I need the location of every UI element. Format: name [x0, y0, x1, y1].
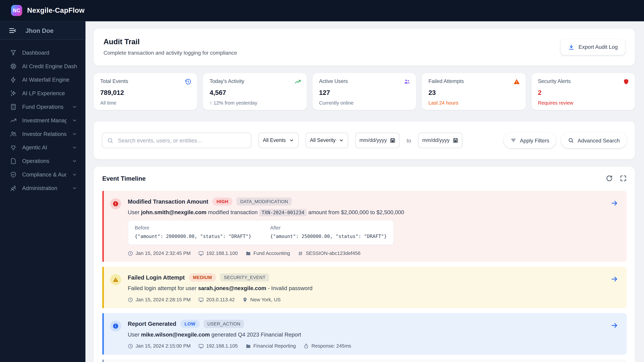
app-title: Nexgile-CapFlow	[27, 6, 85, 14]
warning-triangle-icon	[110, 274, 121, 285]
event-ip-address: 192.168.1.105	[198, 343, 238, 349]
severity-select[interactable]: All Severity	[306, 133, 348, 148]
clock-icon	[128, 297, 133, 302]
event-ip-address: 192.168.1.100	[198, 250, 238, 256]
event-ip-address: 203.0.113.42	[198, 297, 234, 303]
sidebar-item-ai-lp-experience[interactable]: AI LP Experience	[0, 87, 85, 100]
stat-card-total-events: Total Events 789,012 All time	[94, 73, 197, 110]
sidebar-collapse-icon[interactable]	[8, 26, 16, 34]
chevron-down-icon	[72, 158, 77, 164]
event-description: Failed login attempt for user sarah.jone…	[128, 285, 610, 292]
filter-bar: All Events All Severity mm/dd/yyyy to mm…	[94, 121, 635, 159]
search-icon	[568, 137, 574, 143]
chevron-down-icon	[72, 131, 77, 137]
sidebar-user-name: Jhon Doe	[26, 27, 54, 34]
sidebar-item-dashboard[interactable]: Dashboard	[0, 46, 85, 59]
arrow-right-icon[interactable]	[611, 275, 618, 283]
sidebar-item-operations[interactable]: Operations	[0, 154, 85, 168]
page-title: Audit Trail	[104, 38, 625, 46]
event-timestamp: Jan 15, 2024 2:32:45 PM	[128, 250, 191, 256]
sidebar-user-row: Jhon Doe	[0, 21, 85, 40]
clock-icon	[128, 251, 133, 256]
export-audit-log-button[interactable]: Export Audit Log	[560, 39, 625, 55]
stat-value: 4,567	[210, 89, 300, 96]
event-response-time: Response: 245ms	[304, 343, 351, 349]
sidebar-item-ai-waterfall-engine[interactable]: AI Waterfall Engine	[0, 73, 85, 87]
severity-badge: MEDIUM	[189, 273, 216, 282]
event-card-report-generated[interactable]: Report Generated LOW USER_ACTION User mi…	[102, 313, 627, 355]
audit-trail-page: NC Nexgile-CapFlow Jhon Doe Dashboard AI…	[0, 0, 644, 362]
stat-sub: ↑ 12% from yesterday	[210, 100, 300, 106]
sidebar-item-investor-relations[interactable]: Investor Relations	[0, 127, 85, 141]
sidebar-nav: Dashboard AI Credit Engine Dash... AI Wa…	[0, 40, 85, 195]
date-to-input[interactable]: mm/dd/yyyy	[418, 133, 462, 148]
stat-sub: Requires review	[538, 100, 628, 106]
advanced-search-button[interactable]: Advanced Search	[561, 133, 627, 148]
event-card-failed-login[interactable]: Failed Login Attempt MEDIUM SECURITY_EVE…	[102, 267, 627, 308]
stat-label: Failed Attempts	[428, 78, 519, 84]
search-input[interactable]	[117, 137, 246, 144]
people-icon	[10, 131, 17, 138]
history-icon	[185, 78, 192, 85]
event-card-modified-transaction[interactable]: Modified Transaction Amount HIGH DATA_MO…	[102, 191, 627, 262]
stat-card-active-users: Active Users 127 Currently online	[312, 73, 416, 110]
sidebar-item-fund-operations[interactable]: Fund Operations	[0, 100, 85, 114]
event-meta-row: Jan 15, 2024 2:32:45 PM 192.168.1.100 Fu…	[128, 250, 610, 256]
sidebar: Jhon Doe Dashboard AI Credit Engine Dash…	[0, 21, 85, 362]
stat-label: Security Alerts	[538, 78, 628, 84]
stat-label: Total Events	[100, 78, 191, 84]
top-header: NC Nexgile-CapFlow	[0, 0, 644, 21]
sidebar-item-agentic-ai[interactable]: Agentic AI	[0, 141, 85, 154]
timeline-title: Event Timeline	[102, 175, 146, 182]
stat-sub: All time	[100, 100, 191, 106]
arrow-right-icon[interactable]	[611, 199, 618, 207]
maximize-icon[interactable]	[620, 175, 627, 182]
date-range-to-label: to	[407, 137, 411, 143]
monitor-icon	[198, 251, 204, 256]
before-after-box: Before {"amount": 2000000.00, "status": …	[128, 220, 394, 245]
sidebar-item-investment-management[interactable]: Investment Manage...	[0, 114, 85, 127]
stat-sub: Last 24 hours	[428, 100, 519, 106]
chevron-down-icon	[72, 118, 77, 123]
calendar-icon[interactable]	[390, 137, 396, 143]
clock-icon	[128, 344, 133, 349]
stat-value: 789,012	[100, 89, 191, 96]
page-header-card: Audit Trail Complete transaction and act…	[94, 29, 635, 65]
sidebar-item-administration[interactable]: Administration	[0, 181, 85, 195]
event-module: Financial Reporting	[246, 343, 296, 349]
app-logo-initials: NC	[13, 7, 20, 13]
event-type-select[interactable]: All Events	[258, 133, 298, 148]
filter-actions: Apply Filters Advanced Search	[504, 133, 627, 148]
timer-icon	[304, 344, 309, 349]
arrow-right-icon[interactable]	[611, 322, 618, 329]
stat-card-security-alerts: Security Alerts 2 Requires review	[531, 73, 635, 110]
sidebar-item-compliance-audit[interactable]: Compliance & Audit	[0, 168, 85, 182]
event-list: Modified Transaction Amount HIGH DATA_MO…	[102, 191, 627, 362]
chevron-down-icon	[72, 104, 77, 110]
hash-icon	[298, 251, 303, 256]
stat-value: 23	[428, 89, 519, 96]
stat-label: Today's Activity	[210, 78, 300, 84]
event-title: Modified Transaction Amount	[128, 198, 208, 205]
event-card-partial[interactable]	[102, 360, 627, 362]
refresh-icon[interactable]	[606, 175, 613, 182]
main-content: Audit Trail Complete transaction and act…	[85, 21, 644, 362]
people-icon	[10, 185, 17, 192]
calendar-icon[interactable]	[453, 137, 458, 143]
download-icon	[568, 44, 574, 50]
event-meta-row: Jan 15, 2024 2:15:00 PM 192.168.1.105 Fi…	[128, 343, 610, 349]
trending-up-icon	[10, 117, 17, 124]
alert-triangle-icon	[513, 78, 520, 85]
stat-card-todays-activity: Today's Activity 4,567 ↑ 12% from yester…	[203, 73, 307, 110]
event-module: Fund Accounting	[246, 250, 290, 256]
before-label: Before	[135, 225, 251, 231]
map-pin-icon	[242, 297, 248, 302]
severity-badge: LOW	[180, 320, 200, 328]
folder-icon	[246, 344, 251, 349]
event-title: Failed Login Attempt	[128, 274, 185, 281]
lightbulb-icon	[10, 144, 17, 151]
apply-filters-button[interactable]: Apply Filters	[504, 133, 556, 148]
date-from-input[interactable]: mm/dd/yyyy	[355, 133, 400, 148]
user-email: john.smith@nexgile.com	[141, 209, 206, 216]
sidebar-item-ai-credit-engine[interactable]: AI Credit Engine Dash...	[0, 59, 85, 73]
